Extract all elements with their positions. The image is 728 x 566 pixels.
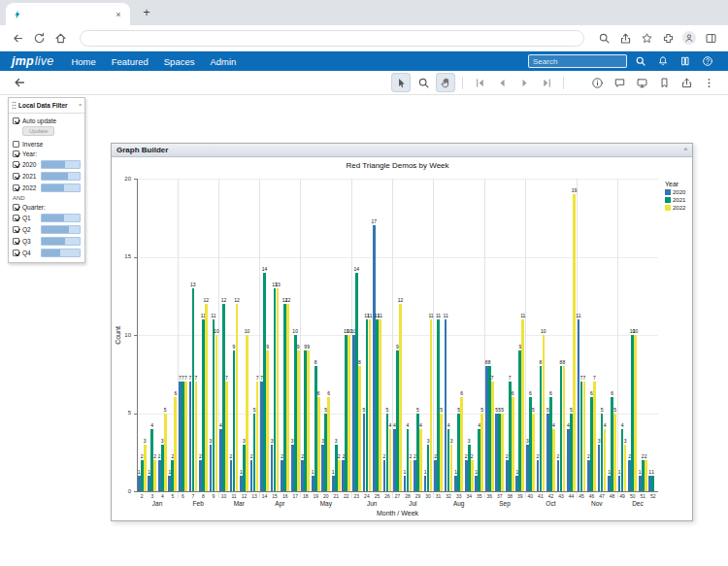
filter-header[interactable]: Local Data Filter ^ — [9, 98, 84, 114]
reload-button[interactable] — [29, 28, 49, 48]
bar[interactable] — [236, 304, 239, 491]
previous-button[interactable] — [492, 73, 512, 92]
bar[interactable] — [379, 319, 381, 491]
bar[interactable] — [144, 445, 147, 491]
library-button[interactable] — [677, 53, 694, 69]
bar[interactable] — [501, 414, 504, 492]
checkbox[interactable] — [13, 173, 19, 180]
page-search-button[interactable] — [594, 28, 613, 48]
bar[interactable] — [205, 304, 208, 491]
share-button[interactable] — [615, 28, 635, 48]
more-options-button[interactable] — [699, 73, 718, 92]
last-page-button[interactable] — [537, 73, 556, 92]
filter-item-q1[interactable]: Q1 — [9, 212, 84, 223]
info-button[interactable] — [587, 73, 607, 92]
share-report-button[interactable] — [677, 73, 696, 92]
bar[interactable] — [419, 429, 422, 491]
bar[interactable] — [195, 382, 198, 491]
filter-item-q3[interactable]: Q3 — [9, 235, 84, 247]
bar[interactable] — [410, 460, 413, 491]
navigate-back-button[interactable] — [10, 73, 29, 92]
bar[interactable] — [604, 429, 607, 491]
bar[interactable] — [317, 397, 320, 491]
filter-count-bar[interactable] — [41, 225, 81, 234]
bar[interactable] — [369, 319, 372, 491]
profile-button[interactable] — [679, 28, 699, 48]
bar[interactable] — [184, 382, 187, 491]
bookmark-page-button[interactable] — [637, 28, 656, 48]
nav-item-featured[interactable]: Featured — [112, 56, 149, 67]
filter-item-2020[interactable]: 2020 — [9, 158, 84, 170]
filter-count-bar[interactable] — [41, 214, 81, 222]
bar[interactable] — [153, 460, 156, 491]
bar[interactable] — [215, 335, 218, 491]
update-button[interactable]: Update — [22, 126, 54, 136]
bar[interactable] — [256, 382, 259, 491]
bar[interactable] — [286, 304, 289, 491]
nav-item-spaces[interactable]: Spaces — [164, 56, 195, 67]
filter-count-bar[interactable] — [41, 183, 81, 192]
tab-close-icon[interactable]: × — [114, 10, 123, 19]
help-button[interactable] — [699, 53, 716, 69]
bar[interactable] — [338, 460, 341, 491]
search-input[interactable] — [528, 54, 627, 68]
filter-count-bar[interactable] — [41, 160, 81, 169]
bar[interactable] — [399, 304, 402, 491]
bar[interactable] — [634, 335, 637, 491]
notifications-button[interactable] — [654, 53, 672, 69]
bar[interactable] — [593, 382, 596, 491]
bar[interactable] — [491, 382, 494, 491]
bar[interactable] — [246, 335, 248, 491]
bar[interactable] — [297, 350, 300, 491]
checkbox[interactable] — [13, 215, 19, 221]
bar[interactable] — [521, 319, 524, 491]
collapse-filter-icon[interactable]: ^ — [79, 103, 82, 109]
home-button[interactable] — [50, 28, 70, 48]
next-button[interactable] — [514, 73, 534, 92]
bar[interactable] — [532, 414, 535, 492]
checkbox[interactable] — [13, 161, 19, 168]
auto-update-checkbox[interactable] — [13, 117, 19, 124]
bar[interactable] — [471, 460, 474, 491]
bar[interactable] — [460, 397, 463, 491]
search-button[interactable] — [632, 53, 649, 69]
hand-tool-button[interactable] — [436, 73, 455, 92]
bar[interactable] — [430, 319, 433, 491]
checkbox[interactable] — [13, 250, 19, 256]
checkbox[interactable] — [13, 150, 19, 157]
filter-count-bar[interactable] — [41, 172, 81, 181]
address-bar[interactable] — [80, 30, 584, 47]
side-panel-button[interactable] — [701, 28, 720, 48]
new-tab-button[interactable]: + — [140, 7, 153, 20]
zoom-tool-button[interactable] — [414, 73, 433, 92]
bar[interactable] — [225, 382, 228, 491]
bar[interactable] — [174, 397, 177, 491]
bar[interactable] — [307, 350, 310, 491]
bar[interactable] — [389, 429, 392, 491]
filter-count-bar[interactable] — [41, 237, 81, 246]
filter-item-2022[interactable]: 2022 — [9, 182, 84, 193]
nav-item-home[interactable]: Home — [71, 56, 95, 67]
bookmark-button[interactable] — [654, 73, 674, 92]
bar[interactable] — [358, 366, 361, 491]
filter-count-bar[interactable] — [41, 249, 81, 257]
pointer-tool-button[interactable] — [391, 73, 411, 92]
inverse-checkbox[interactable] — [13, 141, 19, 148]
filter-item-q4[interactable]: Q4 — [9, 247, 84, 258]
checkbox[interactable] — [13, 238, 19, 245]
bar[interactable] — [277, 288, 280, 491]
checkbox[interactable] — [13, 204, 19, 211]
bar[interactable] — [645, 460, 647, 491]
legend-item[interactable]: 2022 — [665, 205, 685, 211]
bar[interactable] — [613, 414, 616, 492]
checkbox[interactable] — [13, 184, 19, 191]
back-button[interactable] — [8, 28, 27, 48]
checkbox[interactable] — [13, 226, 19, 233]
bar[interactable] — [624, 445, 627, 491]
bar[interactable] — [552, 429, 555, 491]
bar[interactable] — [651, 476, 654, 491]
bar[interactable] — [573, 194, 576, 491]
collapse-panel-icon[interactable]: ^ — [684, 147, 687, 153]
bar[interactable] — [266, 350, 269, 491]
present-button[interactable] — [632, 73, 651, 92]
